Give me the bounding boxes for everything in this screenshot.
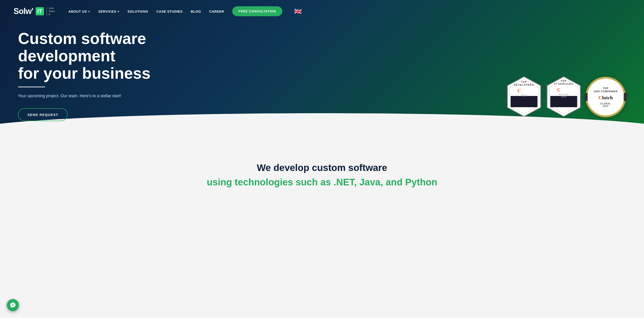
nav-case-studies[interactable]: CASE STUDIES [156, 10, 183, 13]
badge-top-it-services: TOPIT SERVICES Clutch POLAND2022 [546, 76, 582, 117]
nav-career[interactable]: CAREER [209, 10, 224, 13]
below-hero-section: We develop custom software using technol… [0, 144, 644, 197]
below-hero-subheading: using technologies such as .NET, Java, a… [18, 177, 626, 188]
nav-blog[interactable]: BLOG [191, 10, 201, 13]
send-request-button[interactable]: SEND REQUEST [18, 108, 68, 121]
badge-top-1000: TOP1000 COMPANIES Clutch GLOBAL2022 [585, 77, 626, 117]
below-hero-heading: We develop custom software [18, 162, 626, 173]
hero-subtitle: Your upcoming project. Our team. Here's … [18, 94, 185, 98]
nav-solutions[interactable]: SOLUTIONS [128, 10, 148, 13]
nav-about[interactable]: ABOUT US + [68, 10, 90, 13]
badge-circle-content: TOP1000 COMPANIES Clutch GLOBAL2022 [585, 77, 626, 117]
badge-hex-content-1: TOPDEVELOPERS Clutch 2021 [510, 96, 538, 97]
logo-tagline: Let's Solve It [47, 6, 55, 16]
badge-hex-content-2: TOPIT SERVICES Clutch POLAND2022 [550, 96, 577, 98]
logo[interactable]: Solw' IT Let's Solve It [14, 6, 55, 16]
logo-it: IT [36, 7, 44, 15]
free-consultation-button[interactable]: FREE CONSULTATION [232, 6, 282, 16]
header: Solw' IT Let's Solve It ABOUT US + SERVI… [0, 0, 644, 22]
hero-title: Custom software development for your bus… [18, 30, 185, 82]
badge-top-developers: TOPDEVELOPERS Clutch 2021 [506, 76, 542, 117]
logo-text: Solw' [14, 6, 33, 16]
language-flag[interactable]: 🇬🇧 [294, 8, 302, 15]
hero-divider [18, 86, 45, 87]
main-nav: ABOUT US + SERVICES + SOLUTIONS CASE STU… [68, 6, 630, 16]
nav-services[interactable]: SERVICES + [98, 10, 120, 13]
badges-area: TOPDEVELOPERS Clutch 2021 TOPIT SERVICES… [506, 76, 626, 117]
svg-rect-2 [510, 96, 537, 107]
hero-content: Custom software development for your bus… [0, 30, 203, 121]
